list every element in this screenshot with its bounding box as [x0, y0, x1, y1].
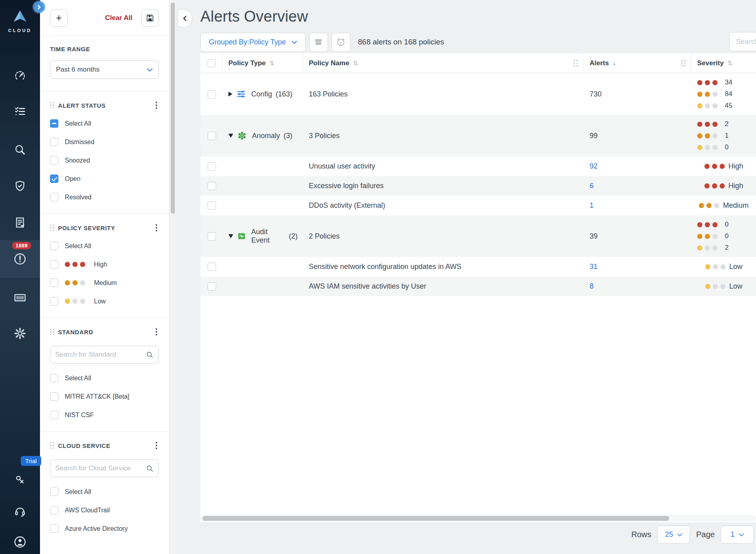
sidebar-item-settings[interactable] [0, 319, 40, 348]
rows-per-page-select[interactable]: 25 [657, 526, 690, 544]
collapse-filters-button[interactable] [178, 9, 192, 27]
clear-all-button[interactable]: Clear All [105, 14, 132, 22]
column-policy-type[interactable]: Policy Type ⇅ [223, 53, 303, 73]
sort-desc-icon[interactable]: ↓ [612, 59, 616, 67]
sidebar-item-dashboard[interactable] [0, 61, 40, 90]
standard-search-input[interactable] [55, 351, 146, 359]
table-row-policy[interactable]: Excessive login failures 6 High [200, 176, 756, 196]
cloud-service-option-cloudtrail[interactable]: AWS CloudTrail [50, 506, 159, 514]
sort-icon[interactable]: ⇅ [727, 60, 732, 67]
select-all-checkbox[interactable] [208, 59, 216, 67]
row-checkbox[interactable] [208, 90, 216, 98]
checkbox[interactable] [50, 392, 58, 401]
alerts-search-input[interactable] [736, 38, 756, 46]
drag-handle-icon[interactable] [50, 329, 54, 335]
alerts-count-link[interactable]: 8 [590, 282, 594, 290]
table-row-policy[interactable]: DDoS activity (External) 1 Medium [200, 196, 756, 215]
table-row-group-anomaly[interactable]: Anomaly (3) 3 Policies 99 2 1 0 [200, 115, 756, 157]
drag-handle-icon[interactable] [50, 102, 54, 109]
severity-option-medium[interactable]: Medium [50, 279, 159, 287]
alerts-count-link[interactable]: 6 [590, 182, 594, 190]
snooze-alerts-button[interactable]: z [332, 33, 350, 52]
row-checkbox[interactable] [208, 263, 216, 271]
sidebar-item-compute[interactable] [0, 283, 40, 312]
standard-option-mitre[interactable]: MITRE ATT&CK [Beta] [50, 392, 159, 401]
checkbox[interactable] [50, 242, 58, 250]
add-filter-button[interactable]: + [50, 9, 68, 27]
sidebar-item-inventory[interactable] [0, 97, 40, 126]
sort-icon[interactable]: ⇅ [269, 60, 274, 67]
cloud-service-option-select-all[interactable]: Select All [50, 488, 159, 496]
cloud-service-option-azure-ad[interactable]: Azure Active Directory [50, 524, 159, 533]
sidebar-item-profile[interactable] [0, 528, 40, 554]
sidebar-item-policies[interactable] [0, 172, 40, 201]
dismiss-alerts-button[interactable] [309, 33, 328, 52]
severity-option-high[interactable]: High [50, 260, 159, 269]
scrollbar-thumb[interactable] [202, 516, 669, 521]
severity-option-low[interactable]: Low [50, 297, 159, 305]
expand-caret-icon[interactable] [228, 92, 232, 96]
alerts-search[interactable] [729, 32, 756, 51]
checkbox[interactable] [50, 524, 58, 533]
sidebar-item-investigate[interactable] [0, 135, 40, 164]
alerts-count-link[interactable]: 1 [590, 201, 594, 209]
checkbox[interactable] [50, 260, 58, 269]
column-grip-icon[interactable] [681, 60, 686, 66]
section-menu-icon[interactable] [154, 327, 159, 336]
checkbox[interactable] [50, 193, 58, 201]
drag-handle-icon[interactable] [50, 442, 54, 449]
checkbox[interactable] [50, 506, 58, 514]
sidebar-item-support[interactable] [0, 497, 40, 526]
drag-handle-icon[interactable] [50, 225, 54, 231]
checkbox[interactable] [50, 156, 58, 165]
alerts-count-link[interactable]: 31 [590, 263, 598, 271]
row-checkbox[interactable] [208, 232, 216, 241]
checkbox[interactable] [50, 297, 58, 305]
checkbox[interactable] [50, 138, 58, 146]
cloud-service-search-input[interactable] [55, 464, 146, 472]
sidebar-item-compliance[interactable] [0, 208, 40, 237]
alert-status-option-select-all[interactable]: Select All [50, 119, 159, 128]
column-alerts[interactable]: Alerts ↓ [584, 53, 692, 73]
alerts-count-link[interactable]: 92 [590, 162, 598, 170]
row-checkbox[interactable] [208, 162, 216, 171]
table-row-policy[interactable]: Sensitive network configuration updates … [200, 257, 756, 277]
table-horizontal-scrollbar[interactable] [200, 515, 756, 522]
section-menu-icon[interactable] [154, 223, 159, 232]
section-menu-icon[interactable] [154, 441, 159, 450]
row-checkbox[interactable] [208, 201, 216, 210]
sort-icon[interactable]: ⇅ [353, 60, 358, 67]
checkbox[interactable] [50, 411, 58, 419]
table-row-policy[interactable]: AWS IAM sensitive activities by User 8 L… [200, 277, 756, 296]
alert-status-option-dismissed[interactable]: Dismissed [50, 138, 159, 146]
scrollbar-thumb[interactable] [171, 2, 175, 214]
save-filter-button[interactable] [141, 9, 159, 27]
checkbox-checked[interactable] [50, 175, 58, 183]
alert-status-option-snoozed[interactable]: Snoozed [50, 156, 159, 165]
collapse-caret-icon[interactable] [228, 234, 233, 238]
section-menu-icon[interactable] [154, 101, 159, 110]
column-grip-icon[interactable] [574, 60, 578, 66]
table-row-group-audit-event[interactable]: Audit Event (2) 2 Policies 39 0 0 2 [200, 215, 756, 257]
sidebar-expand-toggle[interactable] [34, 2, 44, 12]
checkbox[interactable] [50, 374, 58, 382]
checkbox[interactable] [50, 488, 58, 496]
standard-search[interactable] [50, 346, 159, 363]
time-range-select[interactable]: Past 6 months [50, 60, 159, 79]
column-policy-name[interactable]: Policy Name ⇅ [303, 53, 584, 73]
grouped-by-dropdown[interactable]: Grouped By:Policy Type [200, 33, 306, 52]
table-row-group-config[interactable]: Config (163) 163 Policies 730 34 84 45 [200, 73, 756, 115]
page-select[interactable]: 1 [721, 526, 754, 544]
table-row-policy[interactable]: Unusual user activity 92 High [200, 157, 756, 176]
row-checkbox[interactable] [208, 132, 216, 140]
checkbox[interactable] [50, 279, 58, 287]
severity-option-select-all[interactable]: Select All [50, 242, 159, 250]
alert-status-option-open[interactable]: Open [50, 175, 159, 183]
sidebar-item-access-keys[interactable]: Trial [0, 466, 40, 494]
standard-option-select-all[interactable]: Select All [50, 374, 159, 382]
standard-option-nist[interactable]: NIST CSF [50, 411, 159, 419]
row-checkbox[interactable] [208, 182, 216, 190]
collapse-caret-icon[interactable] [228, 134, 233, 138]
alert-status-option-resolved[interactable]: Resolved [50, 193, 159, 201]
checkbox-indeterminate[interactable] [50, 119, 58, 128]
